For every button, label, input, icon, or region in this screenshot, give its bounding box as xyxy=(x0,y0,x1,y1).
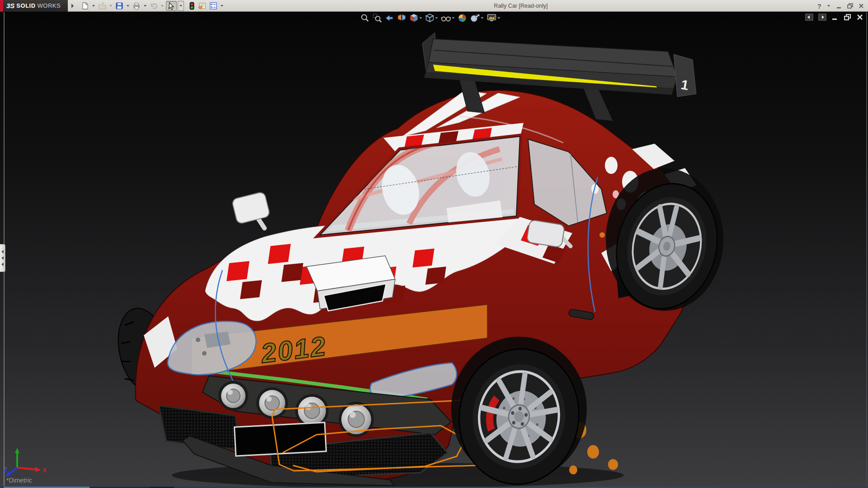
doc-close-button[interactable] xyxy=(856,14,863,21)
pane-left-icon[interactable] xyxy=(805,14,813,21)
window-border xyxy=(866,12,867,487)
new-dropdown[interactable] xyxy=(92,5,95,7)
pane-right-icon[interactable] xyxy=(818,14,826,21)
hide-show-items-dropdown[interactable] xyxy=(452,17,455,19)
doc-restore-button[interactable] xyxy=(844,14,851,21)
apply-scene-icon[interactable] xyxy=(470,14,484,23)
open-dropdown[interactable] xyxy=(109,5,112,7)
options-button[interactable] xyxy=(208,1,218,11)
zoom-to-area-icon[interactable] xyxy=(373,14,382,23)
section-view-icon[interactable] xyxy=(397,14,406,23)
left-mirror[interactable] xyxy=(231,192,270,228)
doc-minimize-button[interactable] xyxy=(831,14,839,21)
view-orientation-dropdown[interactable] xyxy=(420,17,422,19)
save-dropdown[interactable] xyxy=(127,5,129,7)
solidworks-logo: 3S SOLIDWORKS xyxy=(0,0,68,12)
window-title: Rally Car [Read-only] xyxy=(494,0,548,12)
open-button[interactable] xyxy=(97,1,107,11)
solidworks-window: 2012 xyxy=(0,0,868,488)
collapse-arrow-icon xyxy=(1,250,4,253)
undo-button[interactable] xyxy=(149,1,159,11)
triad-x-label: X xyxy=(42,467,47,474)
close-button[interactable] xyxy=(858,3,864,9)
view-settings-dropdown[interactable] xyxy=(498,17,500,19)
license-plate-blank xyxy=(234,422,326,456)
minimize-button[interactable] xyxy=(836,3,842,9)
rally-car-model[interactable]: 2012 xyxy=(0,0,868,488)
view-orientation-label: *Dimetric xyxy=(6,477,32,484)
view-orientation-icon[interactable] xyxy=(410,14,422,23)
triad-z-label: Z xyxy=(3,466,8,473)
hide-show-items-icon[interactable] xyxy=(441,14,455,23)
standard-toolbar xyxy=(74,1,225,11)
previous-view-icon[interactable] xyxy=(385,14,394,23)
print-dropdown[interactable] xyxy=(144,5,146,7)
title-toolbar-strip: 3S SOLIDWORKS xyxy=(0,0,868,12)
save-button[interactable] xyxy=(114,1,124,11)
display-style-dropdown[interactable] xyxy=(435,17,438,19)
restore-button[interactable] xyxy=(847,3,854,9)
view-settings-icon[interactable] xyxy=(487,14,500,23)
help-button[interactable]: ? xyxy=(817,2,821,10)
orientation-triad: X Z xyxy=(3,445,52,481)
select-button[interactable] xyxy=(166,1,177,11)
undo-dropdown[interactable] xyxy=(161,5,164,7)
collapse-arrow-icon xyxy=(1,263,4,266)
file-properties-button[interactable] xyxy=(197,1,208,11)
edit-appearance-icon[interactable] xyxy=(458,14,467,23)
zoom-to-fit-icon[interactable] xyxy=(361,14,370,23)
collapse-arrow-icon xyxy=(1,256,4,260)
print-button[interactable] xyxy=(132,1,142,11)
logo-red-strip xyxy=(0,0,3,12)
document-window-controls xyxy=(805,14,863,21)
display-style-icon[interactable] xyxy=(425,14,438,23)
new-button[interactable] xyxy=(80,1,90,11)
help-dropdown[interactable] xyxy=(827,5,830,7)
panel-expand-handle[interactable] xyxy=(0,244,5,272)
headsup-view-toolbar xyxy=(361,14,500,23)
options-dropdown[interactable] xyxy=(221,5,223,7)
rebuild-button[interactable] xyxy=(188,1,196,11)
apply-scene-dropdown[interactable] xyxy=(481,17,484,19)
select-dropdown[interactable] xyxy=(178,1,184,11)
logo-mark: 3S xyxy=(6,2,14,9)
